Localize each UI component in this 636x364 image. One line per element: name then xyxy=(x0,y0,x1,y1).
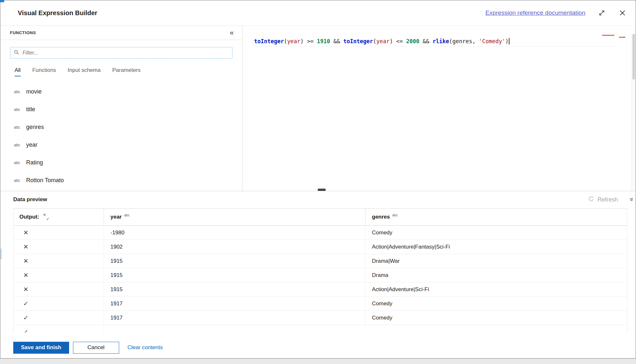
schema-item-label: year xyxy=(26,142,37,148)
filter-box[interactable] xyxy=(10,47,232,59)
editor-scrollbar[interactable] xyxy=(631,34,636,191)
functions-panel-title: FUNCTIONS xyxy=(10,30,36,35)
string-type-icon: abc xyxy=(14,161,26,165)
schema-item-label: genres xyxy=(26,124,44,131)
functions-tabs: AllFunctionsInput schemaParameters xyxy=(15,67,242,76)
schema-item-rating[interactable]: abcRating xyxy=(0,154,242,172)
clear-contents-link[interactable]: Clear contents xyxy=(128,344,163,351)
schema-item-movie[interactable]: abcmovie xyxy=(0,83,242,101)
table-row: ✕1915Drama|War xyxy=(14,254,627,268)
table-row: ✕1915Action|Adventure|Sci-Fi xyxy=(14,282,627,297)
splitter-drag-handle[interactable] xyxy=(318,189,326,191)
filter-input[interactable] xyxy=(22,50,229,56)
background-window-artifact xyxy=(0,0,4,2)
titlebar-actions: Expression reference documentation xyxy=(486,0,627,25)
refresh-button[interactable]: Refresh xyxy=(588,196,618,204)
cell-year: 1915 xyxy=(104,254,365,268)
save-and-finish-button[interactable]: Save and finish xyxy=(13,342,69,354)
table-header-row: Output: ✕ ✓ year abc genres abc xyxy=(14,209,627,226)
visual-expression-builder-dialog: Visual Expression Builder Expression ref… xyxy=(0,0,636,359)
overview-ruler-mark xyxy=(619,37,625,38)
schema-item-rotton-tomato[interactable]: abcRotton Tomato xyxy=(0,172,242,189)
schema-item-title[interactable]: abctitle xyxy=(0,101,242,118)
current-line-underline xyxy=(254,46,618,47)
string-type-icon: abc xyxy=(14,125,26,130)
data-preview-header: Data preview Refresh » xyxy=(0,191,636,208)
cell-year: -1980 xyxy=(104,226,365,240)
overview-ruler-mark xyxy=(602,35,614,36)
expand-icon[interactable] xyxy=(598,9,606,17)
cell-genres: Comedy xyxy=(365,297,627,310)
table-row: ✓1917Comedy xyxy=(14,297,627,311)
text-cursor xyxy=(509,38,509,44)
output-toggle-icon: ✕ ✓ xyxy=(43,213,50,221)
table-row: ✕1902Action|Adventure|Fantasy|Sci-Fi xyxy=(14,240,627,254)
schema-item-label: Rating xyxy=(26,159,43,166)
tab-parameters[interactable]: Parameters xyxy=(112,67,141,76)
chevron-double-down-icon[interactable]: » xyxy=(628,198,636,201)
string-type-icon: abc xyxy=(124,213,130,217)
row-excluded-cross-icon: ✕ xyxy=(23,271,28,279)
row-excluded-cross-icon: ✕ xyxy=(23,229,28,236)
tab-all[interactable]: All xyxy=(15,67,21,76)
cell-genres: Comedy xyxy=(365,311,627,325)
close-icon[interactable] xyxy=(618,9,627,17)
functions-panel: FUNCTIONS « AllFunctionsInput schemaPara… xyxy=(0,25,242,191)
cell-year: 1902 xyxy=(104,240,365,254)
string-type-icon: abc xyxy=(14,90,26,94)
schema-list: abcmovieabctitleabcgenresabcyearabcRatin… xyxy=(0,83,242,189)
cell-genres: Drama xyxy=(365,268,627,282)
data-preview-table: Output: ✕ ✓ year abc genres abc ✕-1980Co… xyxy=(13,208,627,332)
row-included-check-icon: ✓ xyxy=(23,300,28,307)
collapse-panel-icon[interactable]: « xyxy=(230,29,234,36)
string-type-icon: abc xyxy=(14,143,26,147)
row-included-check-icon: ✓ xyxy=(23,314,28,321)
column-header-year[interactable]: year abc xyxy=(104,209,365,225)
row-excluded-cross-icon: ✕ xyxy=(23,257,28,265)
expression-reference-link[interactable]: Expression reference documentation xyxy=(486,9,585,16)
schema-item-genres[interactable]: abcgenres xyxy=(0,118,242,136)
cell-genres: Comedy xyxy=(365,226,627,240)
schema-item-label: title xyxy=(26,106,35,113)
table-body: ✕-1980Comedy✕1902Action|Adventure|Fantas… xyxy=(14,226,627,332)
table-row: ✓ xyxy=(14,325,627,332)
cell-genres xyxy=(365,325,627,332)
tab-input-schema[interactable]: Input schema xyxy=(68,67,101,76)
output-column-label: Output: xyxy=(19,214,39,220)
data-preview-title: Data preview xyxy=(13,196,47,203)
column-header-genres[interactable]: genres abc xyxy=(365,209,627,225)
cell-genres: Action|Adventure|Fantasy|Sci-Fi xyxy=(365,240,627,254)
refresh-icon xyxy=(588,196,594,204)
cell-year: 1915 xyxy=(104,282,365,296)
row-excluded-cross-icon: ✕ xyxy=(23,286,28,293)
table-row: ✕1915Drama xyxy=(14,268,627,282)
cell-year: 1917 xyxy=(104,311,365,325)
cell-year: 1917 xyxy=(104,297,365,310)
expression-editor[interactable]: toInteger(year) >= 1910 && toInteger(yea… xyxy=(243,25,636,191)
string-type-icon: abc xyxy=(392,213,398,217)
expression-code: toInteger(year) >= 1910 && toInteger(yea… xyxy=(254,37,613,45)
schema-item-year[interactable]: abcyear xyxy=(0,136,242,154)
cell-genres: Drama|War xyxy=(365,254,627,268)
dialog-title: Visual Expression Builder xyxy=(18,9,97,17)
schema-item-label: movie xyxy=(26,88,42,95)
background-window-artifact xyxy=(0,249,2,259)
refresh-label: Refresh xyxy=(598,196,618,203)
cell-year xyxy=(104,325,365,332)
cancel-button[interactable]: Cancel xyxy=(73,342,119,354)
column-header-output[interactable]: Output: ✕ ✓ xyxy=(14,209,104,225)
scrollbar-thumb[interactable] xyxy=(632,34,635,79)
year-column-label: year xyxy=(110,214,122,220)
schema-item-label: Rotton Tomato xyxy=(26,177,64,184)
row-excluded-cross-icon: ✕ xyxy=(23,243,28,251)
table-row: ✕-1980Comedy xyxy=(14,226,627,240)
titlebar: Visual Expression Builder Expression ref… xyxy=(0,0,636,25)
genres-column-label: genres xyxy=(372,214,390,220)
cell-genres: Action|Adventure|Sci-Fi xyxy=(365,282,627,296)
table-row: ✓1917Comedy xyxy=(14,311,627,325)
string-type-icon: abc xyxy=(14,178,26,183)
string-type-icon: abc xyxy=(14,107,26,112)
cell-year: 1915 xyxy=(104,268,365,282)
search-icon xyxy=(14,49,19,56)
tab-functions[interactable]: Functions xyxy=(32,67,56,76)
